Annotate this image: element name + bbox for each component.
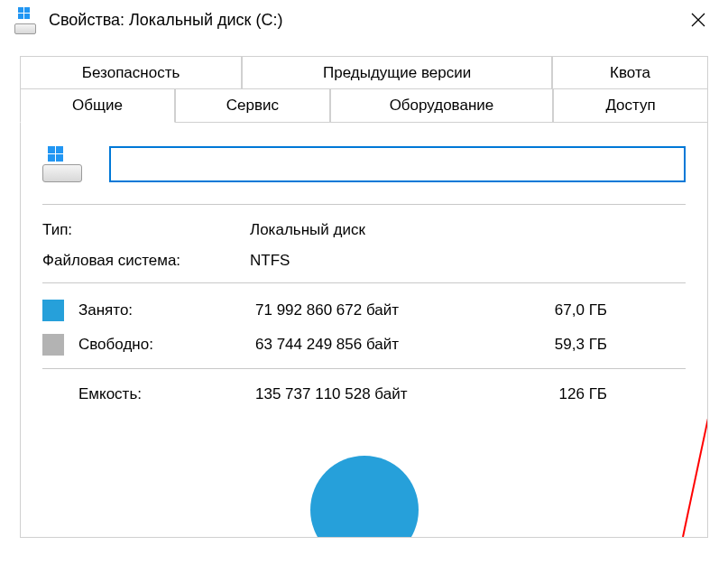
drive-large-icon [42,146,82,182]
annotation-line [682,387,708,538]
tab-previous-versions[interactable]: Предыдущие версии [242,56,552,89]
type-value: Локальный диск [250,221,365,239]
free-space-swatch [42,334,64,356]
tab-quota[interactable]: Квота [552,56,708,89]
close-button[interactable] [676,0,721,40]
drive-icon [14,9,36,31]
tab-label: Безопасность [82,64,180,81]
used-space-bytes: 71 992 860 672 байт [255,301,517,319]
separator [42,204,686,205]
capacity-label: Емкость: [42,385,255,403]
tab-strip: Безопасность Предыдущие версии Квота Общ… [20,56,708,123]
free-space-gb: 59,3 ГБ [517,336,607,354]
window-title: Свойства: Локальный диск (C:) [49,11,676,30]
capacity-gb: 126 ГБ [517,385,607,403]
dialog-content: Безопасность Предыдущие версии Квота Общ… [0,40,728,538]
free-space-bytes: 63 744 249 856 байт [255,336,517,354]
usage-pie-chart [310,456,419,538]
filesystem-value: NTFS [250,252,290,270]
tab-label: Предыдущие версии [323,64,471,81]
used-space-label: Занято: [78,301,255,319]
capacity-bytes: 135 737 110 528 байт [255,385,517,403]
type-label: Тип: [42,221,250,239]
separator [42,282,686,283]
tab-hardware[interactable]: Оборудование [330,88,553,123]
tab-label: Общие [72,97,123,114]
tab-sharing[interactable]: Доступ [553,88,708,123]
tab-tools[interactable]: Сервис [175,88,330,123]
tab-label: Сервис [226,97,279,114]
tab-security[interactable]: Безопасность [20,56,242,89]
filesystem-label: Файловая система: [42,252,250,270]
separator [42,368,686,369]
tab-label: Оборудование [390,97,494,114]
volume-label-input[interactable] [109,146,686,182]
free-space-label: Свободно: [78,336,255,354]
titlebar: Свойства: Локальный диск (C:) [0,0,728,40]
tab-general[interactable]: Общие [20,88,175,123]
tab-label: Доступ [605,97,655,114]
close-icon [690,12,706,28]
used-space-swatch [42,300,64,321]
used-space-gb: 67,0 ГБ [517,301,607,319]
tab-panel-general: Тип: Локальный диск Файловая система: NT… [20,123,708,538]
tab-label: Квота [610,64,650,81]
